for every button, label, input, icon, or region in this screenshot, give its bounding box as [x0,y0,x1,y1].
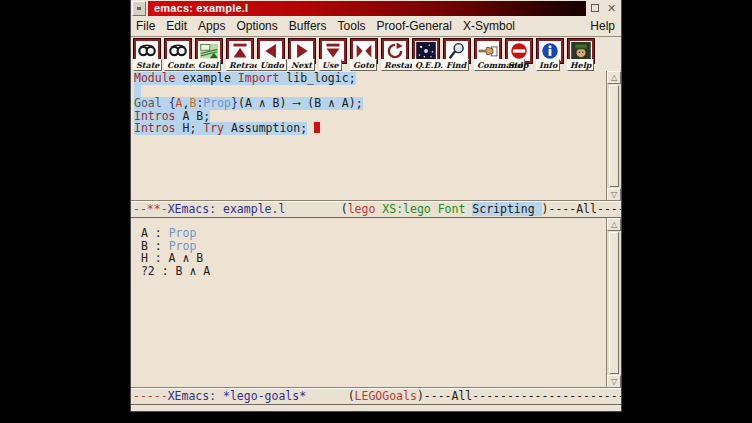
text-segment: )----All------------------------ [417,389,621,403]
next-button[interactable]: Next [288,39,318,71]
toolbar-button-label: Undo [257,59,287,71]
toolbar-button-label: Help [567,59,594,71]
code-line: ?2 : B ∧ A [134,265,606,278]
menu-item-options[interactable]: Options [236,19,277,33]
code-line: Module example Import lib_logic; [134,72,606,85]
scroll-down-icon[interactable]: ▽ [607,375,621,388]
goal-button[interactable]: Goal [195,39,225,71]
goals-buffer[interactable]: A : Prop B : Prop H : A ∧ B ?2 : B ∧ A [131,218,606,388]
restart-button[interactable]: Restart [381,39,411,71]
help-button[interactable]: Help [567,39,597,71]
text-segment: ( [285,202,347,216]
scroll-down-icon[interactable]: ▽ [607,188,621,201]
text-cursor [314,122,320,133]
toolbar-button-label: Goal [195,59,221,71]
text-segment: } [231,96,238,110]
menu-item-buffers[interactable]: Buffers [289,19,327,33]
code-line: A : Prop [134,227,606,240]
retract-button[interactable]: Retract [226,39,256,71]
goals-buffer-scrollbar[interactable]: △ ▽ [606,218,621,388]
toolbar-button-label: Q.E.D. [412,59,446,71]
window-menu-button[interactable] [132,1,146,16]
text-segment: (A ∧ B) ⟶ (B ∧ A); [238,96,363,110]
menu-item-file[interactable]: File [136,19,155,33]
menu-item-edit[interactable]: Edit [166,19,187,33]
text-segment [431,202,438,216]
menu-item-proof-general[interactable]: Proof-General [377,19,452,33]
undo-button[interactable]: Undo [257,39,287,71]
text-segment: H; [176,121,204,135]
text-segment: Assumption; [224,121,307,135]
xemacs-window: emacs: example.l ✕ FileEditAppsOptionsBu… [130,0,622,412]
locked-region-line: Intros H; Try Assumption; [134,122,307,135]
text-segment: )----All---- [542,202,621,216]
scrollbar-thumb[interactable] [609,232,619,374]
text-segment: ----- [133,389,168,403]
text-segment: ( [306,389,354,403]
menu-item-tools[interactable]: Tools [338,19,366,33]
text-segment: Import [238,71,280,85]
menu-item-apps[interactable]: Apps [198,19,225,33]
text-segment: example [176,71,238,85]
toolbar-button-label: Use [319,59,342,71]
text-segment: XEmacs: *lego-goals* [168,389,306,403]
menu-item-help[interactable]: Help [590,19,615,33]
use-button[interactable]: Use [319,39,349,71]
qed-button[interactable]: Q.E.D. [412,39,442,71]
script-buffer-scrollbar[interactable]: △ ▽ [606,71,621,201]
text-segment: XS:lego [382,202,430,216]
window-title: emacs: example.l [148,1,586,16]
scroll-up-icon[interactable]: △ [607,218,621,231]
title-bar[interactable]: emacs: example.l ✕ [131,0,621,16]
text-segment: LEGOGoals [355,389,417,403]
context-button[interactable]: Context [164,39,194,71]
toolbar: StateContextGoalRetractUndoNextUseGotoRe… [131,37,621,71]
echo-area[interactable] [131,405,621,411]
goals-buffer-modeline[interactable]: -----XEmacs: *lego-goals* (LEGOGoals)---… [131,388,621,405]
script-buffer-modeline[interactable]: --**-XEmacs: example.l (lego XS:lego Fon… [131,201,621,218]
toolbar-button-label: Next [288,59,315,71]
text-segment: Scripting [472,202,541,216]
scrollbar-thumb[interactable] [609,85,619,187]
code-line: Intros H; Try Assumption; [134,122,606,135]
command-button[interactable]: Command [474,39,504,71]
close-button[interactable]: ✕ [603,1,620,16]
text-segment: XEmacs: example.l [168,202,286,216]
toolbar-button-label: Find [443,59,469,71]
state-button[interactable]: State [133,39,163,71]
info-button[interactable]: Info [536,39,566,71]
scroll-up-icon[interactable]: △ [607,71,621,84]
toolbar-button-label: State [133,59,162,71]
text-segment: Intros [134,121,176,135]
text-segment: lib_logic; [279,71,355,85]
find-button[interactable]: Find [443,39,473,71]
locked-region-line: Module example Import lib_logic; [134,72,356,85]
maximize-icon [591,4,599,12]
text-segment: lego [348,202,376,216]
toolbar-button-label: Stop [505,59,531,71]
text-segment: Try [203,121,224,135]
code-line: B : Prop [134,240,606,253]
maximize-button[interactable] [586,1,603,16]
goto-button[interactable]: Goto [350,39,380,71]
line-content: ?2 : B ∧ A [134,265,210,278]
text-segment: Font [438,202,466,216]
menu-bar: FileEditAppsOptionsBuffersToolsProof-Gen… [131,16,621,37]
menu-item-x-symbol[interactable]: X-Symbol [463,19,515,33]
text-segment: ?2 : B ∧ A [134,264,210,278]
stop-button[interactable]: Stop [505,39,535,71]
text-segment: --**- [133,202,168,216]
script-buffer[interactable]: Module example Import lib_logic; Goal {A… [131,71,606,201]
toolbar-button-label: Goto [350,59,377,71]
toolbar-button-label: Info [536,59,560,71]
